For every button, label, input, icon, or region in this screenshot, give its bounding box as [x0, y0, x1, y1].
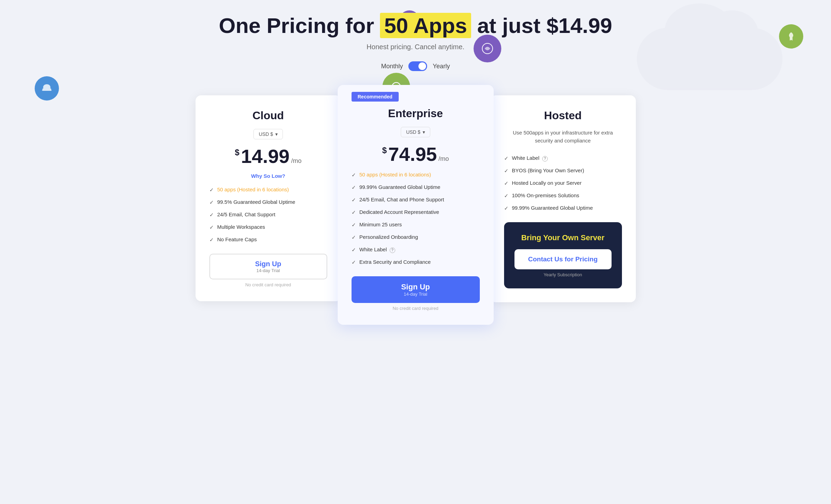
contact-us-button[interactable]: Contact Us for Pricing	[514, 249, 612, 269]
enterprise-no-credit: No credit card required	[352, 306, 480, 311]
enterprise-price-amount: 74.95	[388, 143, 437, 165]
cloud-price-row: $ 14.99 /mo	[209, 145, 327, 167]
feature-text: White Label ?	[360, 246, 395, 253]
list-item: ✓ BYOS (Bring Your Own Server)	[504, 167, 622, 174]
list-item: ✓ No Feature Caps	[209, 236, 327, 243]
check-icon: ✓	[352, 171, 356, 179]
list-item: ✓ 50 apps (Hosted in 6 locations)	[209, 186, 327, 193]
list-item: ✓ Minimum 25 users	[352, 221, 480, 228]
feature-text: Multiple Workspaces	[217, 223, 265, 231]
feature-text: Personalized Onboarding	[360, 233, 418, 241]
check-icon: ✓	[352, 221, 356, 228]
cloud-signup-sub: 14-day Trial	[257, 268, 280, 273]
feature-text: 99.99% Guaranteed Global Uptime	[360, 183, 440, 191]
cloud-no-credit: No credit card required	[209, 282, 327, 287]
check-icon: ✓	[209, 199, 214, 206]
cloud-currency-selector[interactable]: USD $ ▾	[253, 129, 283, 139]
feature-text: Dedicated Account Representative	[360, 208, 439, 216]
cloud-signup-button[interactable]: Sign Up 14-day Trial	[209, 254, 327, 279]
feature-text: 99.5% Guaranteed Global Uptime	[217, 198, 295, 206]
feature-text: 50 apps (Hosted in 6 locations)	[360, 171, 431, 178]
list-item: ✓ White Label ?	[504, 154, 622, 162]
white-label-help-icon-hosted[interactable]: ?	[542, 156, 548, 162]
check-icon: ✓	[209, 236, 214, 243]
list-item: ✓ 50 apps (Hosted in 6 locations)	[352, 171, 480, 179]
check-icon: ✓	[352, 184, 356, 191]
check-icon: ✓	[352, 259, 356, 266]
enterprise-feature-list: ✓ 50 apps (Hosted in 6 locations) ✓ 99.9…	[352, 171, 480, 266]
enterprise-price-row: $ 74.95 /mo	[352, 143, 480, 165]
page-title: One Pricing for 50 Apps at just $14.99	[28, 14, 803, 37]
enterprise-signup-label: Sign Up	[358, 283, 474, 292]
header: One Pricing for 50 Apps at just $14.99 H…	[28, 14, 803, 51]
check-icon: ✓	[504, 205, 509, 212]
enterprise-signup-button[interactable]: Sign Up 14-day Trial	[352, 276, 480, 303]
feature-text: 100% On-premises Solutions	[512, 192, 579, 199]
list-item: ✓ Personalized Onboarding	[352, 233, 480, 241]
check-icon: ✓	[209, 211, 214, 218]
feature-text: White Label ?	[512, 154, 548, 162]
list-item: ✓ 24/5 Email, Chat Support	[209, 211, 327, 218]
dark-cta-sub: Yearly Subscription	[514, 272, 612, 277]
hosted-feature-list: ✓ White Label ? ✓ BYOS (Bring Your Own S…	[504, 154, 622, 212]
list-item: ✓ 99.5% Guaranteed Global Uptime	[209, 198, 327, 206]
list-item: ✓ Extra Security and Compliance	[352, 258, 480, 266]
enterprise-currency-chevron: ▾	[423, 129, 425, 135]
cloud-price-amount: 14.99	[241, 145, 289, 167]
page-wrapper: One Pricing for 50 Apps at just $14.99 H…	[0, 0, 831, 346]
cloud-currency-chevron: ▾	[275, 131, 278, 137]
cloud-price-period: /mo	[291, 157, 302, 164]
feature-text: 99.99% Guaranteed Global Uptime	[512, 204, 593, 211]
cloud-signup-label: Sign Up	[216, 260, 321, 268]
cloud-plan-card: Cloud USD $ ▾ $ 14.99 /mo Why So Low? ✓ …	[196, 95, 341, 301]
feature-text: 24/5 Email, Chat Support	[217, 211, 276, 218]
check-icon: ✓	[504, 167, 509, 174]
check-icon: ✓	[352, 246, 356, 253]
hosted-plan-name: Hosted	[504, 109, 622, 122]
enterprise-signup-sub: 14-day Trial	[404, 292, 427, 297]
dark-cta-title: Bring Your Own Server	[514, 233, 612, 242]
check-icon: ✓	[209, 224, 214, 231]
header-subtitle: Honest pricing. Cancel anytime.	[28, 43, 803, 51]
hosted-plan-card: Hosted Use 500apps in your infrastructur…	[490, 95, 636, 302]
hosted-description: Use 500apps in your infrastructure for e…	[504, 129, 622, 145]
check-icon: ✓	[352, 196, 356, 203]
why-so-low-link[interactable]: Why So Low?	[209, 173, 327, 179]
feature-text: BYOS (Bring Your Own Server)	[512, 167, 584, 174]
enterprise-price-period: /mo	[439, 155, 449, 162]
yearly-label: Yearly	[433, 63, 450, 70]
list-item: ✓ 24/5 Email, Chat and Phone Support	[352, 196, 480, 203]
list-item: ✓ Multiple Workspaces	[209, 223, 327, 231]
highlight-text: 50 Apps	[380, 13, 471, 38]
check-icon: ✓	[209, 186, 214, 193]
cloud-price-symbol: $	[235, 148, 239, 157]
cloud-currency-label: USD $	[259, 131, 273, 137]
check-icon: ✓	[504, 155, 509, 162]
check-icon: ✓	[352, 234, 356, 241]
billing-toggle-row: Monthly Yearly	[28, 61, 803, 71]
billing-toggle[interactable]	[408, 61, 427, 71]
list-item: ✓ 99.99% Guaranteed Global Uptime	[352, 183, 480, 191]
enterprise-price-symbol: $	[382, 146, 387, 155]
monthly-label: Monthly	[381, 63, 403, 70]
feature-text: No Feature Caps	[217, 236, 257, 243]
list-item: ✓ Dedicated Account Representative	[352, 208, 480, 216]
dark-cta-box: Bring Your Own Server Contact Us for Pri…	[504, 222, 622, 288]
list-item: ✓ Hosted Locally on your Server	[504, 179, 622, 187]
plans-container: Cloud USD $ ▾ $ 14.99 /mo Why So Low? ✓ …	[28, 85, 803, 325]
enterprise-currency-selector[interactable]: USD $ ▾	[401, 127, 430, 137]
recommended-badge: Recommended	[352, 92, 399, 102]
list-item: ✓ 99.99% Guaranteed Global Uptime	[504, 204, 622, 212]
check-icon: ✓	[504, 180, 509, 187]
feature-text: Minimum 25 users	[360, 221, 402, 228]
feature-text: Extra Security and Compliance	[360, 258, 431, 266]
feature-text: 24/5 Email, Chat and Phone Support	[360, 196, 444, 203]
white-label-help-icon[interactable]: ?	[390, 247, 395, 253]
enterprise-plan-card: Recommended Enterprise USD $ ▾ $ 74.95 /…	[338, 85, 494, 325]
check-icon: ✓	[352, 209, 356, 216]
cloud-feature-list: ✓ 50 apps (Hosted in 6 locations) ✓ 99.5…	[209, 186, 327, 243]
enterprise-currency-label: USD $	[406, 129, 420, 135]
recommended-badge-wrapper: Recommended	[352, 92, 480, 102]
feature-text: Hosted Locally on your Server	[512, 179, 582, 186]
enterprise-plan-name: Enterprise	[352, 107, 480, 120]
